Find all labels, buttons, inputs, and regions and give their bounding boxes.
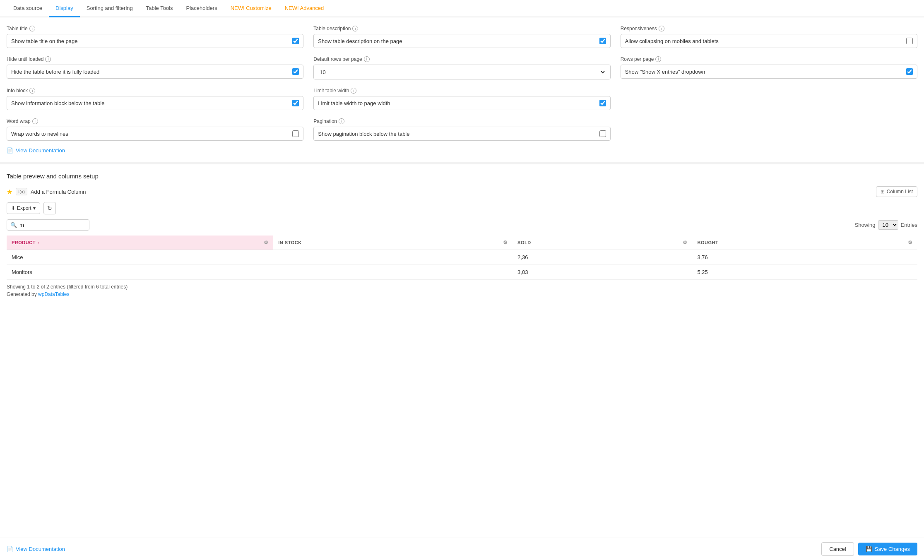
limit-table-width-label: Limit table width i bbox=[313, 88, 610, 94]
hide-until-loaded-info-icon[interactable]: i bbox=[45, 56, 51, 62]
data-table: PRODUCT ↑ ⚙ IN STOCK ⚙ SOLD bbox=[7, 236, 917, 280]
search-bar-row: 🔍 Showing 5 10 25 50 Entries bbox=[7, 219, 917, 231]
pagination-checkbox-label[interactable]: Show pagination block below the table bbox=[318, 131, 596, 137]
settings-grid: Table title i Show table title on the pa… bbox=[7, 26, 917, 141]
tab-sorting[interactable]: Sorting and filtering bbox=[80, 0, 140, 17]
table-title-label: Table title i bbox=[7, 26, 303, 31]
col-header-sold: SOLD ⚙ bbox=[513, 236, 692, 250]
settings-panel: Table title i Show table title on the pa… bbox=[0, 17, 924, 162]
rows-per-page-info-icon[interactable]: i bbox=[655, 56, 661, 62]
cell-product-0: Mice bbox=[7, 250, 273, 265]
showing-select[interactable]: 5 10 25 50 bbox=[878, 220, 898, 230]
info-block-checkbox-label[interactable]: Show information block below the table bbox=[11, 100, 289, 106]
search-input[interactable] bbox=[19, 222, 89, 228]
setting-info-block: Info block i Show information block belo… bbox=[7, 88, 303, 110]
cell-bought-1: 5,25 bbox=[692, 265, 917, 280]
rows-per-page-label: Rows per page i bbox=[621, 56, 917, 62]
col-header-in-stock: IN STOCK ⚙ bbox=[273, 236, 513, 250]
col-header-product: PRODUCT ↑ ⚙ bbox=[7, 236, 273, 250]
cell-sold-0: 2,36 bbox=[513, 250, 692, 265]
setting-pagination: Pagination i Show pagination block below… bbox=[313, 118, 610, 141]
pagination-checkbox[interactable] bbox=[599, 130, 606, 137]
word-wrap-label: Word wrap i bbox=[7, 118, 303, 124]
sort-arrow-icon[interactable]: ↑ bbox=[37, 240, 40, 245]
preview-toolbar: ★ f(x) Add a Formula Column ⊞ Column Lis… bbox=[7, 186, 917, 197]
setting-default-rows: Default rows per page i 5 10 25 50 100 bbox=[313, 56, 610, 79]
tab-customize[interactable]: NEW! Customize bbox=[224, 0, 278, 17]
export-icon: ⬇ bbox=[11, 205, 15, 211]
table-title-checkbox[interactable] bbox=[292, 38, 299, 44]
rows-per-page-checkbox-label[interactable]: Show "Show X entries" dropdown bbox=[625, 69, 903, 75]
hide-until-loaded-checkbox-label[interactable]: Hide the table before it is fully loaded bbox=[11, 69, 289, 75]
doc-icon: 📄 bbox=[7, 147, 13, 154]
cell-in-stock-0 bbox=[273, 250, 513, 265]
responsiveness-checkbox-row: Allow collapsing on mobiles and tablets bbox=[621, 34, 917, 48]
word-wrap-info-icon[interactable]: i bbox=[32, 118, 38, 124]
table-description-info-icon[interactable]: i bbox=[352, 26, 358, 31]
responsiveness-checkbox[interactable] bbox=[906, 38, 913, 44]
word-wrap-checkbox[interactable] bbox=[292, 130, 299, 137]
rows-per-page-checkbox[interactable] bbox=[906, 68, 913, 75]
cell-bought-0: 3,76 bbox=[692, 250, 917, 265]
setting-responsiveness: Responsiveness i Allow collapsing on mob… bbox=[621, 26, 917, 48]
table-description-checkbox-label[interactable]: Show table description on the page bbox=[318, 38, 596, 44]
tab-display[interactable]: Display bbox=[49, 0, 80, 17]
hide-until-loaded-label: Hide until loaded i bbox=[7, 56, 303, 62]
table-description-checkbox[interactable] bbox=[599, 38, 606, 44]
empty-cell-1 bbox=[621, 88, 917, 110]
table-title-checkbox-label[interactable]: Show table title on the page bbox=[11, 38, 289, 44]
tabs-bar: Data source Display Sorting and filterin… bbox=[0, 0, 924, 17]
table-title-checkbox-row: Show table title on the page bbox=[7, 34, 303, 48]
limit-table-width-checkbox-label[interactable]: Limit table width to page width bbox=[318, 100, 596, 106]
default-rows-info-icon[interactable]: i bbox=[364, 56, 370, 62]
cell-product-1: Monitors bbox=[7, 265, 273, 280]
default-rows-select-row: 5 10 25 50 100 bbox=[313, 65, 610, 79]
column-list-button[interactable]: ⊞ Column List bbox=[876, 186, 917, 197]
add-formula-button[interactable]: Add a Formula Column bbox=[31, 189, 86, 195]
responsiveness-info-icon[interactable]: i bbox=[659, 26, 664, 31]
tab-placeholders[interactable]: Placeholders bbox=[180, 0, 224, 17]
sold-gear-icon[interactable]: ⚙ bbox=[683, 240, 688, 245]
table-description-label: Table description i bbox=[313, 26, 610, 31]
export-chevron-icon: ▾ bbox=[33, 205, 36, 211]
setting-hide-until-loaded: Hide until loaded i Hide the table befor… bbox=[7, 56, 303, 79]
limit-table-width-info-icon[interactable]: i bbox=[351, 88, 356, 94]
showing-label: Showing bbox=[855, 222, 876, 228]
wpdatatables-link[interactable]: wpDataTables bbox=[38, 291, 69, 297]
entries-info: Showing 1 to 2 of 2 entries (filtered fr… bbox=[7, 284, 917, 290]
hide-until-loaded-checkbox[interactable] bbox=[292, 68, 299, 75]
setting-table-title: Table title i Show table title on the pa… bbox=[7, 26, 303, 48]
info-block-info-icon[interactable]: i bbox=[29, 88, 35, 94]
col-header-bought: BOUGHT ⚙ bbox=[692, 236, 917, 250]
setting-table-description: Table description i Show table descripti… bbox=[313, 26, 610, 48]
default-rows-select[interactable]: 5 10 25 50 100 bbox=[318, 69, 606, 76]
responsiveness-checkbox-label[interactable]: Allow collapsing on mobiles and tablets bbox=[625, 38, 903, 44]
fx-badge: f(x) bbox=[16, 188, 27, 195]
pagination-info-icon[interactable]: i bbox=[339, 118, 344, 124]
responsiveness-label: Responsiveness i bbox=[621, 26, 917, 31]
tab-data-source[interactable]: Data source bbox=[7, 0, 49, 17]
info-block-checkbox[interactable] bbox=[292, 100, 299, 106]
view-documentation-link[interactable]: 📄 View Documentation bbox=[7, 147, 917, 154]
product-gear-icon[interactable]: ⚙ bbox=[264, 240, 269, 245]
rows-per-page-checkbox-row: Show "Show X entries" dropdown bbox=[621, 65, 917, 79]
setting-limit-table-width: Limit table width i Limit table width to… bbox=[313, 88, 610, 110]
preview-title: Table preview and columns setup bbox=[7, 173, 917, 180]
tab-table-tools[interactable]: Table Tools bbox=[140, 0, 180, 17]
info-block-checkbox-row: Show information block below the table bbox=[7, 96, 303, 110]
table-footer: Showing 1 to 2 of 2 entries (filtered fr… bbox=[7, 284, 917, 297]
table-title-info-icon[interactable]: i bbox=[29, 26, 35, 31]
limit-table-width-checkbox-row: Limit table width to page width bbox=[313, 96, 610, 110]
word-wrap-checkbox-label[interactable]: Wrap words to newlines bbox=[11, 131, 289, 137]
tab-advanced[interactable]: NEW! Advanced bbox=[278, 0, 331, 17]
pagination-checkbox-row: Show pagination block below the table bbox=[313, 127, 610, 141]
bought-gear-icon[interactable]: ⚙ bbox=[908, 240, 913, 245]
cell-in-stock-1 bbox=[273, 265, 513, 280]
refresh-button[interactable]: ↻ bbox=[43, 202, 56, 214]
in-stock-gear-icon[interactable]: ⚙ bbox=[503, 240, 508, 245]
entries-label: Entries bbox=[901, 222, 917, 228]
limit-table-width-checkbox[interactable] bbox=[599, 100, 606, 106]
export-button[interactable]: ⬇ Export ▾ bbox=[7, 202, 40, 214]
search-icon: 🔍 bbox=[10, 222, 17, 228]
preview-section: Table preview and columns setup ★ f(x) A… bbox=[0, 164, 924, 305]
